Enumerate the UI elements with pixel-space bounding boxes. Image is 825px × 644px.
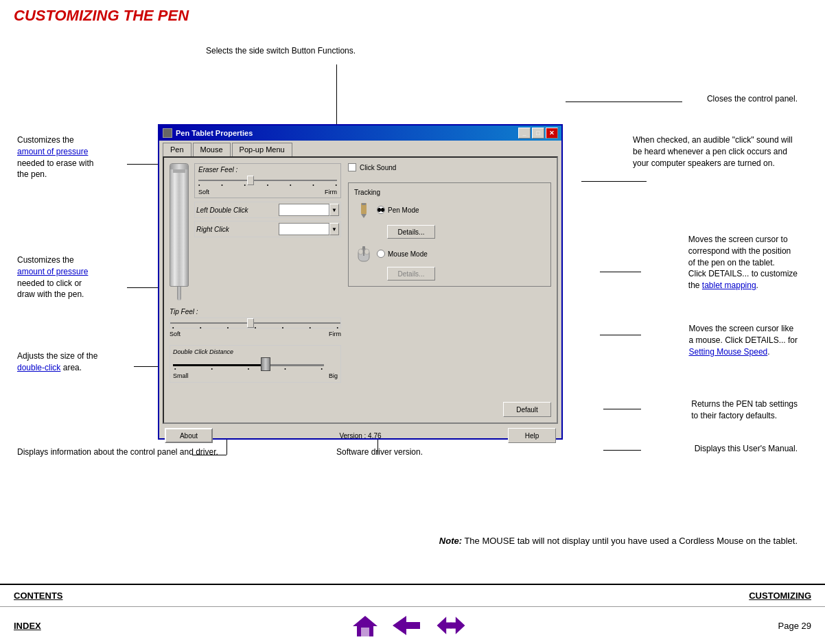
tip-slider-labels: Soft Firm: [170, 331, 341, 337]
left-double-click-row: Left Double Click ▼: [194, 202, 341, 218]
contents-link[interactable]: CONTENTS: [14, 591, 63, 601]
tracking-box: Tracking: [348, 182, 551, 287]
pen-tablet-dialog: Pen Tablet Properties _ □ ✕ Pen Mouse Po…: [158, 124, 563, 440]
dropdown-arrow[interactable]: ▼: [329, 204, 339, 216]
close-panel-line: [566, 102, 682, 102]
eraser-pressure-link[interactable]: amount of pressure: [17, 147, 88, 156]
double-click-slider[interactable]: •••••: [173, 357, 324, 371]
svg-marker-10: [393, 616, 420, 635]
tip-feel-slider-thumb[interactable]: [247, 318, 254, 328]
page-number: Page 29: [778, 621, 811, 631]
eraser-slider-labels: Soft Firm: [198, 189, 337, 195]
tip-pressure-link[interactable]: amount of pressure: [17, 267, 88, 276]
maximize-button[interactable]: □: [532, 128, 544, 139]
tab-pen[interactable]: Pen: [163, 143, 191, 156]
dialog-footer: About Version : 4.76 Help: [159, 425, 561, 446]
eraser-section: Eraser Feel : • • • • • •: [194, 163, 341, 239]
customizing-link[interactable]: CUSTOMIZING: [749, 591, 811, 601]
default-line: [603, 409, 641, 409]
mouse-details-row: Details...: [373, 267, 545, 281]
mouse-details-button[interactable]: Details...: [387, 267, 435, 281]
eraser-slider-thumb[interactable]: [247, 176, 254, 185]
pen-mode-row: Pen Mode: [354, 200, 545, 219]
about-line: [192, 455, 226, 455]
dialog-body: Eraser Feel : • • • • • •: [163, 156, 558, 424]
eraser-feel-label: Eraser Feel :: [198, 166, 337, 174]
pen-mode-line: [600, 272, 641, 272]
home-icon-svg: [351, 612, 379, 639]
double-click-link[interactable]: double-click: [17, 363, 60, 372]
setting-mouse-speed-link[interactable]: Setting Mouse Speed: [688, 347, 767, 357]
close-button[interactable]: ✕: [546, 128, 558, 139]
tip-pressure-line: [127, 287, 159, 288]
dropdown-value[interactable]: [279, 204, 329, 216]
dialog-title: Pen Tablet Properties: [176, 129, 253, 137]
pen-image: [170, 163, 189, 300]
annotation-returns-pen-tab: Returns the PEN tab settingsto their fac…: [691, 398, 798, 422]
annotation-displays-manual: Displays this User's Manual.: [695, 443, 798, 455]
eraser-pressure-line: [127, 164, 159, 165]
annotation-closes-panel: Closes the control panel.: [707, 93, 798, 105]
tab-popup-menu[interactable]: Pop-up Menu: [232, 143, 292, 156]
back-icon-svg: [389, 612, 423, 639]
dialog-tabs: Pen Mouse Pop-up Menu: [159, 141, 561, 156]
left-double-click-dropdown[interactable]: ▼: [279, 204, 339, 216]
annotation-mouse-mode: Moves the screen cursor likea mouse. Cli…: [688, 323, 798, 357]
about-button[interactable]: About: [165, 428, 213, 443]
click-sound-checkbox[interactable]: [348, 163, 356, 171]
tab-mouse[interactable]: Mouse: [193, 143, 231, 156]
svg-rect-7: [362, 246, 365, 250]
pen-icon-svg: [356, 202, 372, 218]
pen-mode-radio-btn[interactable]: [377, 206, 385, 214]
dialog-titlebar: Pen Tablet Properties _ □ ✕: [159, 126, 561, 141]
click-sound-row: Click Sound: [348, 163, 551, 171]
svg-rect-2: [362, 203, 366, 205]
annotation-tip-pressure: Customizes theamount of pressureneeded t…: [17, 254, 88, 300]
note-label: Note:: [439, 536, 462, 546]
mouse-mode-icon: [354, 244, 373, 263]
mouse-mode-radio-btn[interactable]: [377, 250, 385, 258]
pen-tip: [177, 287, 181, 300]
dc-labels: Small Big: [173, 372, 338, 379]
home-icon[interactable]: [351, 612, 379, 639]
right-dropdown-value[interactable]: [279, 223, 329, 235]
index-link[interactable]: INDEX: [14, 621, 41, 631]
svg-marker-12: [450, 617, 465, 634]
pen-mode-icon: [354, 200, 373, 219]
right-click-label: Right Click: [196, 226, 279, 233]
double-click-section: Double Click Distance ••••• Small Big: [170, 345, 341, 383]
click-sound-line: [581, 181, 647, 182]
pen-mode-label: Pen Mode: [388, 206, 419, 214]
minimize-button[interactable]: _: [518, 128, 531, 139]
right-dropdown-arrow[interactable]: ▼: [329, 223, 339, 235]
svg-rect-9: [361, 628, 369, 636]
note-text: The MOUSE tab will not display until you…: [464, 536, 798, 546]
dialog-controls: _ □ ✕: [518, 128, 558, 139]
help-button[interactable]: Help: [508, 428, 556, 443]
mouse-mode-row: Mouse Mode: [354, 244, 545, 263]
bottom-navigation: CONTENTS CUSTOMIZING INDEX: [0, 584, 825, 644]
annotation-double-click: Adjusts the size of thedouble-click area…: [17, 350, 97, 374]
page-title: CUSTOMIZING THE PEN: [14, 7, 811, 25]
right-panel: Click Sound Tracking: [348, 163, 551, 417]
nav-icons: [351, 612, 468, 639]
eraser-feel-section: Eraser Feel : • • • • • •: [194, 163, 341, 198]
left-panel: Eraser Feel : • • • • • •: [170, 163, 341, 417]
tablet-mapping-link[interactable]: tablet mapping: [702, 281, 756, 290]
annotation-displays-info: Displays information about the control p…: [17, 446, 218, 458]
svg-rect-6: [364, 249, 369, 254]
back-icon[interactable]: [389, 612, 423, 639]
mouse-mode-label: Mouse Mode: [388, 250, 428, 258]
help-line: [603, 450, 641, 451]
right-click-dropdown[interactable]: ▼: [279, 223, 339, 235]
pen-details-button[interactable]: Details...: [387, 225, 435, 239]
note-section: Note: The MOUSE tab will not display unt…: [27, 536, 798, 546]
nav-arrows-icon[interactable]: [434, 612, 468, 639]
default-button[interactable]: Default: [503, 402, 551, 417]
pen-mode-radio[interactable]: [377, 206, 385, 214]
version-label: Version : 4.76: [213, 432, 508, 440]
svg-rect-4: [363, 249, 364, 256]
pen-graphic: [170, 163, 189, 287]
annotation-eraser-pressure: Customizes theamount of pressureneeded t…: [17, 134, 93, 180]
dialog-icon: [163, 128, 172, 138]
